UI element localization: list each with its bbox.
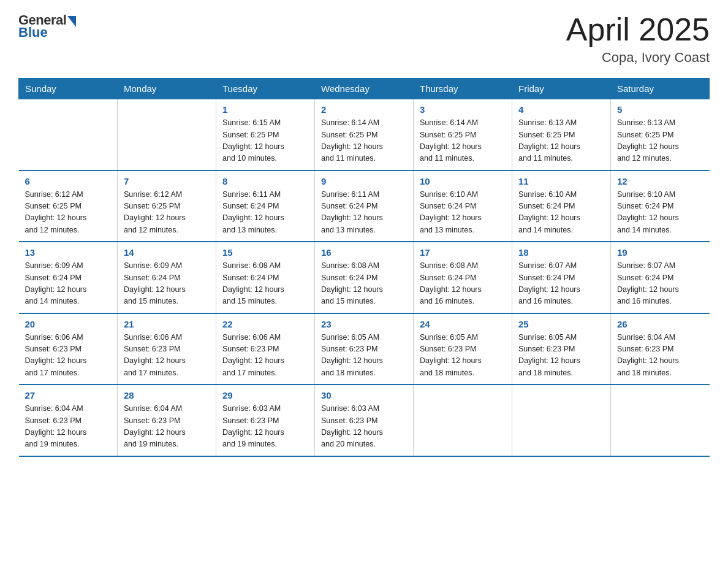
day-info: Sunrise: 6:13 AM Sunset: 6:25 PM Dayligh…: [518, 117, 604, 165]
calendar-cell: 1Sunrise: 6:15 AM Sunset: 6:25 PM Daylig…: [216, 99, 315, 170]
day-number: 22: [222, 319, 308, 329]
calendar-cell: 11Sunrise: 6:10 AM Sunset: 6:24 PM Dayli…: [512, 170, 611, 242]
calendar-week-row: 13Sunrise: 6:09 AM Sunset: 6:24 PM Dayli…: [19, 242, 710, 313]
calendar-cell: 2Sunrise: 6:14 AM Sunset: 6:25 PM Daylig…: [315, 99, 414, 170]
day-info: Sunrise: 6:12 AM Sunset: 6:25 PM Dayligh…: [124, 189, 210, 237]
calendar-cell: 14Sunrise: 6:09 AM Sunset: 6:24 PM Dayli…: [118, 242, 216, 313]
day-info: Sunrise: 6:13 AM Sunset: 6:25 PM Dayligh…: [617, 117, 703, 165]
day-info: Sunrise: 6:05 AM Sunset: 6:23 PM Dayligh…: [420, 332, 506, 380]
day-info: Sunrise: 6:08 AM Sunset: 6:24 PM Dayligh…: [420, 260, 506, 308]
calendar-cell: 23Sunrise: 6:05 AM Sunset: 6:23 PM Dayli…: [315, 313, 414, 385]
weekday-header-row: SundayMondayTuesdayWednesdayThursdayFrid…: [19, 79, 710, 99]
calendar-cell: 22Sunrise: 6:06 AM Sunset: 6:23 PM Dayli…: [216, 313, 315, 385]
day-info: Sunrise: 6:09 AM Sunset: 6:24 PM Dayligh…: [124, 260, 210, 308]
day-number: 5: [617, 104, 703, 115]
calendar-cell: 28Sunrise: 6:04 AM Sunset: 6:23 PM Dayli…: [118, 385, 216, 456]
calendar-location: Copa, Ivory Coast: [566, 50, 710, 66]
calendar-cell: 8Sunrise: 6:11 AM Sunset: 6:24 PM Daylig…: [216, 170, 315, 242]
day-info: Sunrise: 6:04 AM Sunset: 6:23 PM Dayligh…: [617, 332, 703, 380]
day-info: Sunrise: 6:09 AM Sunset: 6:24 PM Dayligh…: [25, 260, 112, 308]
day-info: Sunrise: 6:06 AM Sunset: 6:23 PM Dayligh…: [222, 332, 308, 380]
day-number: 13: [25, 247, 112, 258]
day-info: Sunrise: 6:14 AM Sunset: 6:25 PM Dayligh…: [321, 117, 407, 165]
calendar-week-row: 1Sunrise: 6:15 AM Sunset: 6:25 PM Daylig…: [19, 99, 710, 170]
weekday-header-saturday: Saturday: [611, 79, 710, 99]
day-number: 8: [222, 176, 308, 186]
day-info: Sunrise: 6:10 AM Sunset: 6:24 PM Dayligh…: [420, 189, 506, 237]
calendar-cell: [118, 99, 216, 170]
day-number: 9: [321, 176, 407, 186]
day-number: 17: [420, 247, 506, 258]
day-info: Sunrise: 6:08 AM Sunset: 6:24 PM Dayligh…: [321, 260, 407, 308]
weekday-header-friday: Friday: [512, 79, 611, 99]
day-info: Sunrise: 6:05 AM Sunset: 6:23 PM Dayligh…: [321, 332, 407, 380]
weekday-header-wednesday: Wednesday: [315, 79, 414, 99]
day-info: Sunrise: 6:12 AM Sunset: 6:25 PM Dayligh…: [25, 189, 112, 237]
day-number: 10: [420, 176, 506, 186]
day-info: Sunrise: 6:07 AM Sunset: 6:24 PM Dayligh…: [518, 260, 604, 308]
calendar-cell: 16Sunrise: 6:08 AM Sunset: 6:24 PM Dayli…: [315, 242, 414, 313]
day-info: Sunrise: 6:04 AM Sunset: 6:23 PM Dayligh…: [124, 403, 210, 451]
calendar-cell: 4Sunrise: 6:13 AM Sunset: 6:25 PM Daylig…: [512, 99, 611, 170]
day-info: Sunrise: 6:06 AM Sunset: 6:23 PM Dayligh…: [124, 332, 210, 380]
calendar-cell: [19, 99, 118, 170]
calendar-week-row: 27Sunrise: 6:04 AM Sunset: 6:23 PM Dayli…: [19, 385, 710, 456]
day-number: 14: [124, 247, 210, 258]
calendar-cell: 29Sunrise: 6:03 AM Sunset: 6:23 PM Dayli…: [216, 385, 315, 456]
calendar-cell: 18Sunrise: 6:07 AM Sunset: 6:24 PM Dayli…: [512, 242, 611, 313]
day-number: 1: [222, 104, 308, 115]
day-info: Sunrise: 6:07 AM Sunset: 6:24 PM Dayligh…: [617, 260, 703, 308]
weekday-header-sunday: Sunday: [19, 79, 118, 99]
day-number: 30: [321, 390, 407, 400]
calendar-cell: [611, 385, 710, 456]
weekday-header-monday: Monday: [118, 79, 216, 99]
day-number: 2: [321, 104, 407, 115]
calendar-cell: 9Sunrise: 6:11 AM Sunset: 6:24 PM Daylig…: [315, 170, 414, 242]
weekday-header-thursday: Thursday: [414, 79, 512, 99]
day-number: 7: [124, 176, 210, 186]
calendar-cell: 30Sunrise: 6:03 AM Sunset: 6:23 PM Dayli…: [315, 385, 414, 456]
calendar-cell: 24Sunrise: 6:05 AM Sunset: 6:23 PM Dayli…: [414, 313, 512, 385]
title-block: April 2025 Copa, Ivory Coast: [566, 12, 710, 66]
page-header: General Blue April 2025 Copa, Ivory Coas…: [18, 12, 710, 66]
calendar-cell: 15Sunrise: 6:08 AM Sunset: 6:24 PM Dayli…: [216, 242, 315, 313]
day-number: 23: [321, 319, 407, 329]
day-info: Sunrise: 6:11 AM Sunset: 6:24 PM Dayligh…: [222, 189, 308, 237]
day-info: Sunrise: 6:10 AM Sunset: 6:24 PM Dayligh…: [617, 189, 703, 237]
calendar-week-row: 6Sunrise: 6:12 AM Sunset: 6:25 PM Daylig…: [19, 170, 710, 242]
calendar-cell: [512, 385, 611, 456]
day-number: 15: [222, 247, 308, 258]
calendar-table: SundayMondayTuesdayWednesdayThursdayFrid…: [18, 78, 710, 457]
calendar-cell: 20Sunrise: 6:06 AM Sunset: 6:23 PM Dayli…: [19, 313, 118, 385]
calendar-cell: 10Sunrise: 6:10 AM Sunset: 6:24 PM Dayli…: [414, 170, 512, 242]
day-number: 21: [124, 319, 210, 329]
calendar-cell: 5Sunrise: 6:13 AM Sunset: 6:25 PM Daylig…: [611, 99, 710, 170]
day-number: 28: [124, 390, 210, 400]
weekday-header-tuesday: Tuesday: [216, 79, 315, 99]
logo: General Blue: [18, 12, 76, 40]
calendar-cell: 25Sunrise: 6:05 AM Sunset: 6:23 PM Dayli…: [512, 313, 611, 385]
day-info: Sunrise: 6:15 AM Sunset: 6:25 PM Dayligh…: [222, 117, 308, 165]
day-number: 24: [420, 319, 506, 329]
calendar-cell: 12Sunrise: 6:10 AM Sunset: 6:24 PM Dayli…: [611, 170, 710, 242]
day-number: 27: [25, 390, 112, 400]
calendar-cell: 6Sunrise: 6:12 AM Sunset: 6:25 PM Daylig…: [19, 170, 118, 242]
logo-blue-text: Blue: [18, 25, 48, 40]
calendar-cell: 17Sunrise: 6:08 AM Sunset: 6:24 PM Dayli…: [414, 242, 512, 313]
day-number: 20: [25, 319, 112, 329]
day-number: 19: [617, 247, 703, 258]
day-number: 26: [617, 319, 703, 329]
calendar-cell: 27Sunrise: 6:04 AM Sunset: 6:23 PM Dayli…: [19, 385, 118, 456]
calendar-title: April 2025: [566, 12, 710, 47]
day-info: Sunrise: 6:04 AM Sunset: 6:23 PM Dayligh…: [25, 403, 112, 451]
day-info: Sunrise: 6:14 AM Sunset: 6:25 PM Dayligh…: [420, 117, 506, 165]
day-info: Sunrise: 6:06 AM Sunset: 6:23 PM Dayligh…: [25, 332, 112, 380]
calendar-cell: 21Sunrise: 6:06 AM Sunset: 6:23 PM Dayli…: [118, 313, 216, 385]
day-number: 25: [518, 319, 604, 329]
calendar-cell: 26Sunrise: 6:04 AM Sunset: 6:23 PM Dayli…: [611, 313, 710, 385]
day-info: Sunrise: 6:11 AM Sunset: 6:24 PM Dayligh…: [321, 189, 407, 237]
day-info: Sunrise: 6:10 AM Sunset: 6:24 PM Dayligh…: [518, 189, 604, 237]
day-number: 4: [518, 104, 604, 115]
logo-arrow-icon: [67, 16, 76, 27]
day-number: 3: [420, 104, 506, 115]
